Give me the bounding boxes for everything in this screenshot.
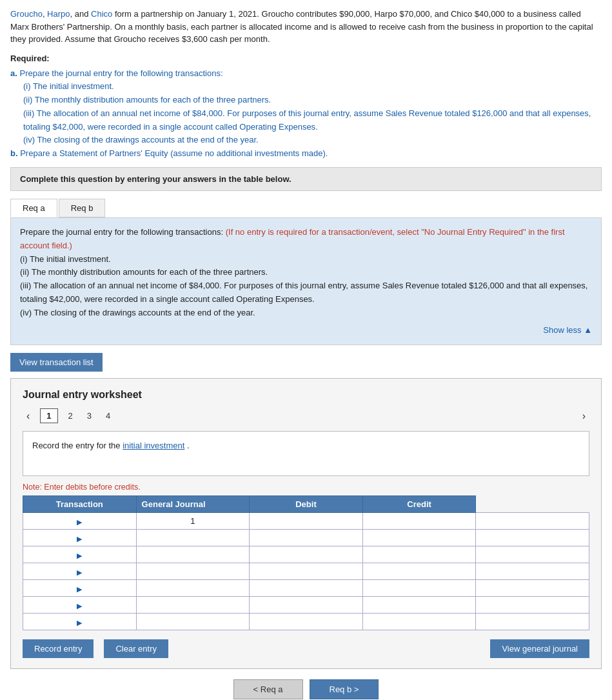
entry-description-box: Record the entry for the initial investm… [23, 431, 589, 476]
credit-cell-0[interactable] [476, 513, 589, 530]
req-b-header: b. Prepare a Statement of Partners' Equi… [10, 147, 602, 161]
debit-input-6[interactable] [363, 614, 476, 630]
debit-input-0[interactable] [363, 513, 476, 529]
transaction-cell-5 [136, 597, 250, 614]
next-nav-button[interactable]: Req b > [310, 679, 379, 699]
general-journal-cell-2[interactable] [250, 546, 363, 563]
record-entry-button[interactable]: Record entry [23, 639, 94, 658]
general-journal-cell-0[interactable] [250, 513, 363, 530]
table-row: ▶ [23, 530, 589, 546]
debit-cell-2[interactable] [362, 546, 476, 563]
req-a-ii: (ii) The monthly distribution amounts fo… [23, 94, 602, 107]
general-journal-input-6[interactable] [250, 614, 362, 630]
req-a-header: a. Prepare the journal entry for the fol… [10, 67, 602, 81]
tabs-container: Req a Req b [10, 199, 602, 217]
general-journal-cell-5[interactable] [250, 597, 363, 614]
credit-input-3[interactable] [476, 563, 589, 579]
table-row: ▶ [23, 546, 589, 563]
header-transaction: Transaction [23, 496, 137, 513]
credit-cell-2[interactable] [476, 546, 589, 563]
main-container: Groucho, Harpo, and Chico form a partner… [0, 0, 612, 700]
tab-req-a[interactable]: Req a [10, 199, 57, 217]
credit-cell-3[interactable] [476, 563, 589, 580]
page-2[interactable]: 2 [64, 409, 77, 423]
view-general-journal-button[interactable]: View general journal [490, 639, 589, 658]
general-journal-cell-3[interactable] [250, 563, 363, 580]
general-journal-cell-4[interactable] [250, 580, 363, 597]
general-journal-input-4[interactable] [250, 580, 362, 596]
table-row: ▶ [23, 614, 589, 630]
page-1[interactable]: 1 [40, 408, 57, 423]
debit-cell-6[interactable] [362, 614, 476, 630]
note-text: Note: Enter debits before credits. [23, 483, 589, 492]
debit-input-3[interactable] [363, 563, 476, 579]
header-credit: Credit [362, 496, 476, 513]
req-a-items: (i) The initial investment. (ii) The mon… [10, 80, 602, 147]
credit-input-5[interactable] [476, 597, 589, 613]
tab-iii: (iii) The allocation of an annual net in… [20, 281, 587, 304]
page-3[interactable]: 3 [83, 409, 95, 423]
problem-text: Groucho, Harpo, and Chico form a partner… [10, 8, 602, 46]
entry-highlight: initial investment [123, 441, 184, 450]
debit-input-4[interactable] [363, 580, 476, 596]
credit-input-4[interactable] [476, 580, 589, 596]
transaction-cell-0: 1 [136, 513, 250, 530]
req-a-text: Prepare the journal entry for the follow… [19, 68, 222, 78]
credit-cell-6[interactable] [476, 614, 589, 630]
general-journal-input-2[interactable] [250, 546, 362, 563]
general-journal-input-5[interactable] [250, 597, 362, 613]
tab-req-b[interactable]: Req b [59, 199, 106, 217]
debit-cell-1[interactable] [362, 530, 476, 546]
header-debit: Debit [250, 496, 363, 513]
view-transaction-button[interactable]: View transaction list [10, 353, 103, 372]
tab-ii: (ii) The monthly distribution amounts fo… [20, 267, 268, 277]
req-a-label: a. [10, 68, 17, 78]
transaction-cell-4 [136, 580, 250, 597]
tab-intro: Prepare the journal entry for the follow… [20, 227, 223, 237]
page-4[interactable]: 4 [102, 409, 114, 423]
debit-cell-0[interactable] [362, 513, 476, 530]
table-row: ▶ [23, 563, 589, 580]
row-arrow-2: ▶ [23, 546, 137, 563]
credit-input-1[interactable] [476, 530, 589, 546]
credit-input-0[interactable] [476, 513, 589, 529]
debit-cell-3[interactable] [362, 563, 476, 580]
credit-cell-1[interactable] [476, 530, 589, 546]
debit-input-5[interactable] [363, 597, 476, 613]
credit-input-6[interactable] [476, 614, 589, 630]
credit-cell-4[interactable] [476, 580, 589, 597]
credit-cell-5[interactable] [476, 597, 589, 614]
row-arrow-1: ▶ [23, 530, 137, 546]
table-row: ▶1 [23, 513, 589, 530]
general-journal-cell-1[interactable] [250, 530, 363, 546]
transaction-cell-3 [136, 563, 250, 580]
debit-input-1[interactable] [363, 530, 476, 546]
row-arrow-6: ▶ [23, 614, 137, 630]
req-a-iv: (iv) The closing of the drawings account… [23, 134, 602, 147]
general-journal-input-3[interactable] [250, 563, 362, 579]
show-less-link[interactable]: Show less ▲ [20, 324, 592, 337]
debit-cell-5[interactable] [362, 597, 476, 614]
tab-i: (i) The initial investment. [20, 254, 111, 264]
debit-cell-4[interactable] [362, 580, 476, 597]
nav-bottom: < Req a Req b > [10, 679, 602, 699]
general-journal-input-0[interactable] [250, 513, 362, 529]
row-arrow-3: ▶ [23, 563, 137, 580]
transaction-cell-6 [136, 614, 250, 630]
clear-entry-button[interactable]: Clear entry [104, 639, 168, 658]
view-transaction-container: View transaction list [10, 345, 602, 378]
credit-input-2[interactable] [476, 546, 589, 563]
general-journal-cell-6[interactable] [250, 614, 363, 630]
general-journal-input-1[interactable] [250, 530, 362, 546]
transaction-cell-1 [136, 530, 250, 546]
worksheet-title: Journal entry worksheet [23, 389, 589, 401]
table-row: ▶ [23, 597, 589, 614]
required-label: Required: [10, 54, 602, 63]
prev-page-button[interactable]: ‹ [23, 409, 34, 423]
prev-nav-button[interactable]: < Req a [233, 679, 303, 699]
next-page-button[interactable]: › [578, 409, 589, 423]
debit-input-2[interactable] [363, 546, 476, 563]
worksheet-box: Journal entry worksheet ‹ 1 2 3 4 › Reco… [10, 378, 602, 669]
journal-table: Transaction General Journal Debit Credit… [23, 495, 589, 630]
req-b-text: Prepare a Statement of Partners' Equity … [20, 148, 328, 158]
